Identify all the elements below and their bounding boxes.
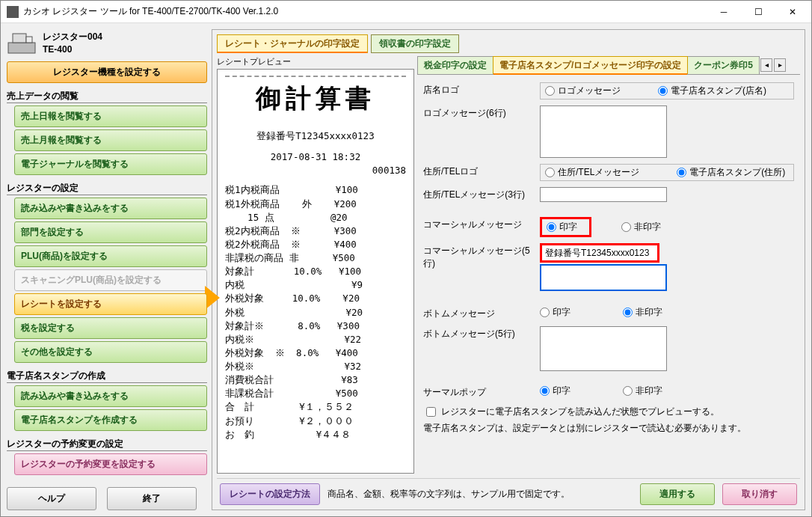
radio-stamp-addr[interactable]: 電子店名スタンプ(住所) (677, 166, 785, 179)
titlebar: カシオ レジスター ツール for TE-400/TE-2700/TK-400 … (1, 1, 811, 23)
receipt-line: 対象計※ 8.0% ¥300 (225, 319, 406, 333)
scan-plu-button: スキャニングPLU(商品)を設定する (14, 269, 207, 291)
other-settings-button[interactable]: その他を設定する (14, 341, 207, 363)
commercial-print-highlight: 印字 (540, 217, 591, 237)
receipt-line: 15 点 @20 (225, 211, 406, 224)
receipt-line: 非課税の商品 非 ¥500 (225, 251, 406, 265)
settings-body: 店名ロゴ ロゴメッセージ 電子店名スタンプ(店名) ロゴメッセージ(6行) 住所… (417, 75, 800, 474)
tab-scroll-left[interactable]: ◂ (760, 58, 772, 72)
receipt-line: 非課税合計 ¥500 (225, 387, 406, 400)
view-daily-report-button[interactable]: 売上日報を閲覧する (14, 105, 207, 127)
bottom5-label: ボトムメッセージ(5行) (423, 326, 540, 340)
receipt-line: お 釣 ¥４４８ (225, 428, 406, 441)
bottom-label: ボトムメッセージ (423, 306, 540, 320)
commercial-msg-input[interactable] (542, 245, 657, 260)
logo-msg6-input[interactable] (540, 105, 667, 158)
create-stamp-button[interactable]: 電子店名スタンプを作成する (14, 409, 207, 431)
stamp-note: 電子店名スタンプは、設定データとは別にレジスターで読込む必要があります。 (423, 422, 794, 435)
receipt-line: 内税 ¥9 (225, 278, 406, 292)
stamp-rw-button[interactable]: 読み込みや書き込みをする (14, 385, 207, 407)
receipt-line: 合 計 ¥１，５５２ (225, 400, 406, 414)
radio-bottom-noprint[interactable]: 非印字 (623, 306, 662, 319)
tab-tax-print[interactable]: 税金印字の設定 (417, 56, 493, 74)
addr-logo-radio-group: 住所/TELメッセージ 電子店名スタンプ(住所) (540, 164, 794, 181)
tax-settings-button[interactable]: 税を設定する (14, 317, 207, 339)
shop-logo-label: 店名ロゴ (423, 82, 540, 97)
section-reserve-label: レジスターの予約変更の設定 (7, 435, 207, 451)
receipt-regno: 登録番号T12345xxxx0123 (225, 129, 406, 143)
receipt-line: 税1内税商品 ¥100 (225, 183, 406, 197)
receipt-line: 外税※ ¥32 (225, 360, 406, 373)
main-panel: レシート・ジャーナルの印字設定 領収書の印字設定 レシートプレビュー 御計算書 … (212, 29, 805, 510)
addr-logo-label: 住所/TELロゴ (423, 164, 540, 178)
maximize-button[interactable]: ☐ (741, 1, 775, 22)
radio-thermal-print[interactable]: 印字 (540, 385, 570, 397)
app-icon (7, 6, 19, 18)
sub-tabs: 税金印字の設定 電子店名スタンプ/ロゴメッセージ印字の設定 クーポン券印5 ◂ … (417, 56, 800, 75)
receipt-howto-button[interactable]: レシートの設定方法 (220, 483, 320, 505)
radio-stamp-shop[interactable]: 電子店名スタンプ(店名) (658, 85, 766, 97)
apply-button[interactable]: 適用する (640, 483, 715, 505)
top-tabs: レシート・ジャーナルの印字設定 領収書の印字設定 (217, 34, 800, 53)
radio-bottom-print[interactable]: 印字 (540, 306, 570, 319)
radio-addr-msg[interactable]: 住所/TELメッセージ (545, 166, 639, 179)
commercial5-label: コマーシャルメッセージ(5行) (423, 243, 540, 270)
register-name-text: レジスター004 (43, 31, 102, 43)
tab-receipt-journal[interactable]: レシート・ジャーナルの印字設定 (217, 34, 368, 53)
logo-msg6-label: ロゴメッセージ(6行) (423, 105, 540, 120)
sidebar: レジスター004 TE-400 レジスター機種を設定する 売上データの閲覧 売上… (7, 29, 207, 510)
close-button[interactable]: ✕ (775, 1, 810, 22)
receipt-line: お預り ¥２，０００ (225, 414, 406, 428)
minimize-button[interactable]: ─ (707, 1, 741, 22)
receipt-line: 税2外税商品 ※ ¥400 (225, 238, 406, 251)
cancel-button[interactable]: 取り消す (722, 483, 797, 505)
addr-msg3-input[interactable] (540, 187, 667, 202)
app-window: カシオ レジスター ツール for TE-400/TE-2700/TK-400 … (0, 0, 812, 517)
tab-stamp-logo[interactable]: 電子店名スタンプ/ロゴメッセージ印字の設定 (493, 56, 688, 74)
receipt-line: 対象計 10.0% ¥100 (225, 265, 406, 278)
tab-ryoshusho[interactable]: 領収書の印字設定 (371, 34, 459, 53)
active-menu-arrow (205, 286, 220, 310)
radio-thermal-noprint[interactable]: 非印字 (623, 385, 662, 397)
receipt-line: 税2内税商品 ※ ¥300 (225, 224, 406, 238)
read-write-button[interactable]: 読み込みや書き込みをする (14, 198, 207, 219)
preview-label: レシートプレビュー (217, 56, 414, 67)
receipt-line: 税1外税商品 外 ¥200 (225, 198, 406, 211)
preview-pane: レシートプレビュー 御計算書 登録番号T12345xxxx0123 2017-0… (217, 56, 414, 474)
section-stamp-label: 電子店名スタンプの作成 (7, 367, 207, 383)
help-button[interactable]: ヘルプ (7, 487, 96, 510)
tab-coupon[interactable]: クーポン券印5 (687, 56, 760, 74)
radio-commercial-print[interactable]: 印字 (542, 219, 589, 235)
receipt-line: 内税※ ¥22 (225, 333, 406, 346)
footer-note: 商品名、金額、税率等の文字列は、サンプル用で固定です。 (327, 488, 633, 501)
view-monthly-report-button[interactable]: 売上月報を閲覧する (14, 129, 207, 151)
receipt-datetime: 2017-08-31 18:32 (225, 150, 406, 164)
receipt-serial: 000138 (225, 164, 406, 177)
exit-button[interactable]: 終了 (107, 487, 197, 510)
set-model-button[interactable]: レジスター機種を設定する (7, 61, 207, 83)
commercial-value-highlight (540, 243, 659, 263)
window-title: カシオ レジスター ツール for TE-400/TE-2700/TK-400 … (23, 5, 707, 18)
commercial-msg-extra[interactable] (540, 264, 667, 291)
svg-rect-1 (13, 34, 26, 43)
reserve-settings-button[interactable]: レジスターの予約変更を設定する (14, 453, 207, 475)
receipt-line: 消費税合計 ¥83 (225, 373, 406, 387)
receipt-preview: 御計算書 登録番号T12345xxxx0123 2017-08-31 18:32… (217, 69, 414, 474)
receipt-line: 外税対象 ※ 8.0% ¥400 (225, 346, 406, 360)
main-footer: レシートの設定方法 商品名、金額、税率等の文字列は、サンプル用で固定です。 適用… (217, 478, 800, 505)
shop-logo-radio-group: ロゴメッセージ 電子店名スタンプ(店名) (540, 82, 794, 100)
register-header: レジスター004 TE-400 (7, 29, 207, 59)
dept-settings-button[interactable]: 部門を設定する (14, 221, 207, 243)
addr-msg3-label: 住所/TELメッセージ(3行) (423, 187, 540, 201)
tab-scroll-right[interactable]: ▸ (774, 58, 786, 72)
bottom-msg-input[interactable] (540, 326, 667, 371)
radio-logo-message[interactable]: ロゴメッセージ (545, 85, 621, 97)
plu-settings-button[interactable]: PLU(商品)を設定する (14, 245, 207, 267)
view-ejournal-button[interactable]: 電子ジャーナルを閲覧する (14, 153, 207, 175)
preview-checkbox[interactable]: レジスターに電子店名スタンプを読み込んだ状態でプレビューする。 (423, 405, 794, 419)
radio-commercial-noprint[interactable]: 非印字 (621, 217, 661, 237)
receipt-settings-button[interactable]: レシートを設定する (14, 293, 207, 315)
preview-checkbox-input[interactable] (426, 407, 436, 417)
register-model-text: TE-400 (43, 43, 102, 56)
section-settings-label: レジスターの設定 (7, 179, 207, 195)
